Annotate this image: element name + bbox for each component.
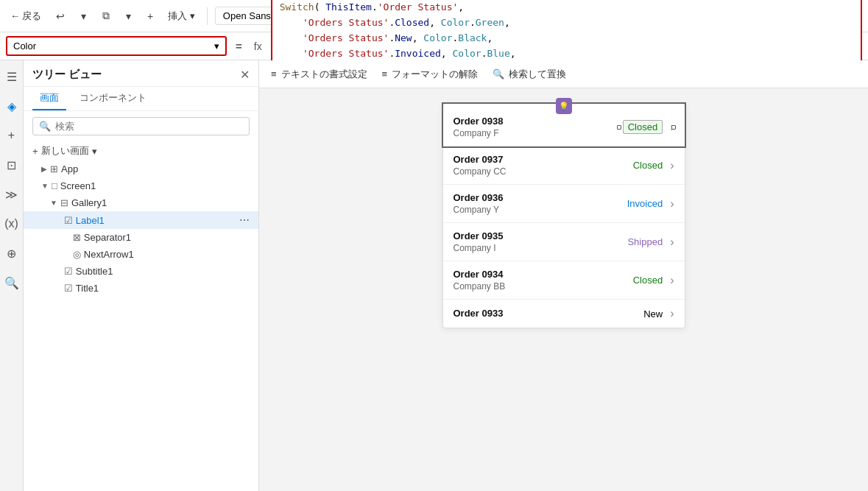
order-row-0933[interactable]: Order 0933 New › — [443, 300, 685, 328]
sep1-label: Separator1 — [84, 232, 250, 243]
order-status-0935: Shipped — [627, 236, 663, 247]
back-arrow-icon: ← — [10, 10, 20, 21]
text-format-icon: ≡ — [271, 68, 277, 80]
tree-item-app[interactable]: ▶ ⊞ App — [24, 160, 258, 177]
back-label: 戻る — [22, 10, 41, 23]
gallery1-label: Gallery1 — [71, 197, 250, 208]
separator-1 — [207, 7, 208, 25]
order-status-0938: Closed — [623, 120, 663, 134]
formula-color3: Color — [452, 48, 481, 59]
order-row-0935[interactable]: Order 0935 Company I Shipped › — [443, 223, 685, 261]
sidebar-icon-menu[interactable]: ☰ — [1, 66, 22, 87]
formula-invoiced: Invoiced — [395, 48, 441, 59]
order-company-0934: Company BB — [454, 281, 633, 292]
order-info-0936: Order 0936 Company Y — [454, 192, 627, 215]
text-format-button[interactable]: ≡ テキストの書式設定 — [271, 68, 367, 81]
new-screen-chevron-icon: ▾ — [92, 146, 97, 157]
tree-search-box[interactable]: 🔍 — [32, 117, 250, 135]
dropdown-arrow-icon: ▾ — [214, 40, 219, 52]
property-dropdown[interactable]: Color ▾ — [6, 36, 227, 56]
title1-icon: ☑ — [64, 283, 73, 294]
order-info-0933: Order 0933 — [454, 308, 644, 320]
back-button[interactable]: ← 戻る — [6, 7, 46, 26]
tree-item-gallery1[interactable]: ▼ ⊟ Gallery1 — [24, 194, 258, 211]
insert-label[interactable]: 挿入 ▾ — [163, 7, 200, 26]
label1-label: Label1 — [76, 215, 236, 226]
order-row-0937[interactable]: Order 0937 Company CC Closed › — [443, 146, 685, 185]
app-chevron-icon: ▶ — [41, 165, 47, 173]
order-info-0934: Order 0934 Company BB — [454, 269, 633, 292]
gallery1-icon: ⊟ — [60, 197, 68, 208]
sidebar-icon-layers[interactable]: ◈ — [1, 96, 22, 116]
tree-item-separator1[interactable]: ⊠ Separator1 — [24, 229, 258, 246]
sidebar-icon-connections[interactable]: ⊕ — [1, 243, 22, 264]
search-input[interactable] — [55, 121, 243, 132]
formula-new: New — [395, 32, 412, 43]
order-info-0935: Order 0935 Company I — [454, 230, 628, 253]
sidebar-icons-panel: ☰ ◈ + ⊡ ≫ (x) ⊕ 🔍 — [0, 60, 24, 491]
tree-items-list: ▶ ⊞ App ▼ □ Screen1 ▼ ⊟ Gallery1 ☑ Label… — [24, 160, 258, 491]
order-info-0937: Order 0937 Company CC — [454, 154, 633, 177]
new-screen-button[interactable]: + 新しい画面 ▾ — [24, 141, 258, 160]
tree-tab-components[interactable]: コンポーネント — [72, 87, 154, 110]
order-chevron-0935: › — [670, 236, 674, 249]
formula-orderstatus: 'Order Status' — [378, 1, 459, 13]
tree-tab-screens[interactable]: 画面 — [32, 87, 66, 110]
sep1-icon: ⊠ — [73, 232, 81, 243]
sidebar-icon-search[interactable]: 🔍 — [1, 272, 22, 293]
arrow1-icon: ◎ — [73, 249, 81, 260]
undo-button[interactable]: ↩ — [50, 7, 71, 25]
formula-paren1: ( — [314, 1, 326, 13]
app-icon: ⊞ — [50, 163, 58, 174]
order-row-0934[interactable]: Order 0934 Company BB Closed › — [443, 261, 685, 300]
sub1-chevron-icon — [59, 267, 61, 275]
arrow1-chevron-icon — [68, 250, 70, 258]
plus-icon: + — [32, 146, 38, 157]
tree-item-nextarrow1[interactable]: ◎ NextArrow1 — [24, 246, 258, 263]
copy-button[interactable]: ⧉ — [96, 7, 116, 25]
label1-more-icon[interactable]: ⋯ — [239, 214, 250, 226]
tree-panel: ツリー ビュー ✕ 画面 コンポーネント 🔍 + 新しい画面 ▾ ▶ ⊞ App… — [24, 60, 259, 491]
formula-str1: 'Orders Status' — [303, 17, 389, 28]
sidebar-icon-variables[interactable]: (x) — [1, 213, 22, 234]
formula-closed: Closed — [395, 17, 429, 28]
equals-symbol: = — [233, 40, 245, 52]
order-company-0938: Company F — [454, 128, 623, 138]
formula-color2: Color — [423, 32, 452, 43]
sidebar-icon-add[interactable]: + — [1, 125, 22, 146]
sep1-chevron-icon — [68, 233, 70, 241]
fx-symbol: fx — [251, 40, 265, 52]
new-screen-label: 新しい画面 — [41, 144, 89, 158]
tree-item-label1[interactable]: ☑ Label1 ⋯ — [24, 211, 258, 229]
find-replace-label: 検索して置換 — [509, 68, 566, 81]
order-info-0938: Order 0938 Company F — [454, 116, 623, 138]
order-row-0936[interactable]: Order 0936 Company Y Invoiced › — [443, 185, 685, 223]
title1-label: Title1 — [76, 283, 250, 294]
tree-item-screen1[interactable]: ▼ □ Screen1 — [24, 177, 258, 194]
tree-close-button[interactable]: ✕ — [240, 68, 250, 82]
tree-item-subtitle1[interactable]: ☑ Subtitle1 — [24, 263, 258, 280]
remove-format-button[interactable]: ≡ フォーマットの解除 — [382, 68, 479, 81]
remove-format-label: フォーマットの解除 — [392, 68, 478, 81]
order-name-0934: Order 0934 — [454, 269, 633, 280]
format-toolbar: ≡ テキストの書式設定 ≡ フォーマットの解除 🔍 検索して置換 — [259, 60, 868, 88]
order-row-0938[interactable]: 💡 Order 0938 Company F Closed › — [443, 104, 685, 146]
tree-item-title1[interactable]: ☑ Title1 — [24, 280, 258, 297]
order-name-0937: Order 0937 — [454, 154, 633, 165]
tree-title: ツリー ビュー — [32, 68, 102, 82]
order-chevron-0934: › — [670, 274, 674, 287]
undo-dropdown-button[interactable]: ▾ — [75, 7, 92, 25]
order-chevron-0933: › — [670, 307, 674, 320]
sidebar-icon-data[interactable]: ⊡ — [1, 155, 22, 175]
app-label: App — [61, 163, 250, 174]
copy-dropdown-button[interactable]: ▾ — [120, 7, 137, 25]
gallery1-chevron-icon: ▼ — [50, 199, 57, 207]
insert-button[interactable]: + — [141, 7, 159, 25]
formula-color1: Color — [441, 17, 470, 28]
formula-str2: 'Orders Status' — [303, 32, 389, 43]
sidebar-icon-components[interactable]: ≫ — [1, 184, 22, 205]
main-layout: ☰ ◈ + ⊡ ≫ (x) ⊕ 🔍 ツリー ビュー ✕ 画面 コンポーネント 🔍… — [0, 60, 868, 491]
sub1-label: Subtitle1 — [76, 266, 250, 277]
handle-left — [617, 125, 621, 130]
find-replace-button[interactable]: 🔍 検索して置換 — [493, 68, 566, 81]
